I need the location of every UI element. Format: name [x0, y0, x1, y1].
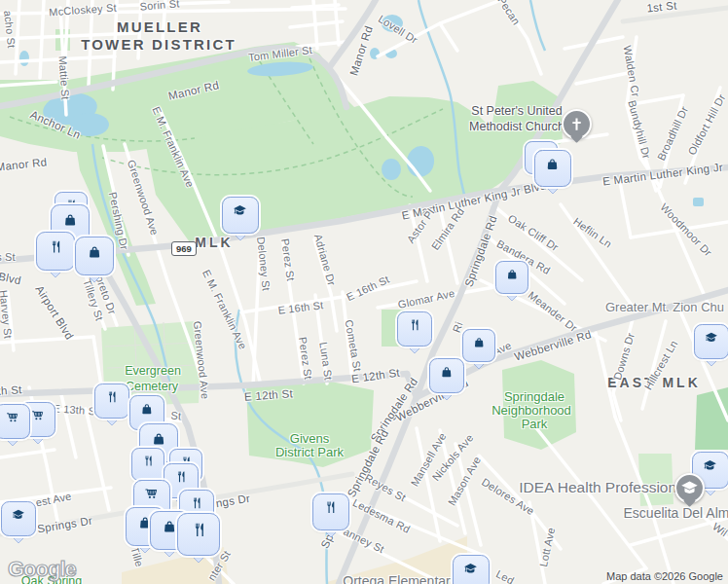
map-canvas[interactable]: 969 McCloskey StSorin Stacho StMattie St…: [0, 0, 728, 584]
school-icon: [701, 331, 722, 352]
restaurant-icon: [138, 455, 158, 474]
restaurant-marker[interactable]: [131, 448, 164, 481]
school-icon: [459, 562, 482, 584]
church-cross-pin[interactable]: [562, 109, 592, 141]
grocery-cart-icon: [2, 411, 23, 432]
route-969-badge: 969: [171, 241, 197, 256]
restaurant-marker[interactable]: [312, 493, 349, 530]
shopping-bag-marker[interactable]: [429, 358, 464, 393]
school-icon: [8, 508, 29, 529]
school-marker[interactable]: [1, 501, 36, 536]
restaurant-marker[interactable]: [36, 232, 75, 271]
school-marker[interactable]: [453, 555, 490, 584]
restaurant-marker[interactable]: [177, 513, 220, 556]
restaurant-icon: [404, 318, 425, 340]
restaurant-icon: [186, 522, 212, 548]
shopping-bag-icon: [502, 268, 522, 287]
restaurant-marker[interactable]: [397, 311, 432, 347]
grocery-cart-icon: [27, 409, 49, 430]
shopping-bag-icon: [469, 336, 489, 355]
shopping-bag-icon: [83, 244, 106, 268]
restaurant-icon: [319, 500, 342, 523]
school-icon: [229, 203, 251, 226]
restaurant-icon: [44, 239, 67, 263]
shopping-bag-icon: [136, 402, 158, 423]
restaurant-icon: [170, 470, 192, 492]
google-logo[interactable]: Google: [8, 557, 76, 582]
school-poi-pin[interactable]: [674, 473, 705, 505]
shopping-bag-icon: [436, 365, 457, 386]
shopping-bag-marker[interactable]: [495, 261, 528, 294]
restaurant-marker[interactable]: [94, 383, 129, 419]
school-marker[interactable]: [694, 324, 728, 359]
shopping-bag-marker[interactable]: [75, 237, 114, 275]
map-base-layer: [0, 0, 728, 584]
grocery-cart-marker[interactable]: [0, 404, 30, 439]
shopping-bag-icon: [541, 157, 564, 179]
school-marker[interactable]: [222, 197, 259, 234]
restaurant-icon: [101, 390, 123, 412]
shopping-bag-marker[interactable]: [534, 150, 571, 187]
map-attribution: Map data ©2026 Google: [606, 570, 723, 582]
shopping-bag-marker[interactable]: [462, 329, 495, 362]
